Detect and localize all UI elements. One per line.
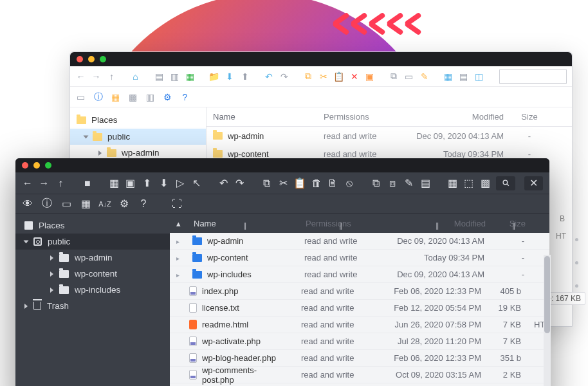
download-icon[interactable]: ⬇ bbox=[224, 71, 235, 82]
table-row[interactable]: index.phpread and writeFeb 06, 2020 12:3… bbox=[170, 283, 549, 300]
help-icon[interactable]: ? bbox=[138, 198, 149, 210]
up-icon[interactable]: ↑ bbox=[106, 71, 117, 82]
table-row[interactable]: ▸wp-adminread and writeDec 09, 2020 04:1… bbox=[170, 233, 549, 250]
new-add-icon[interactable]: ▦ bbox=[185, 71, 196, 82]
window-close-icon[interactable] bbox=[22, 162, 28, 169]
view-split-icon[interactable]: ◫ bbox=[473, 71, 484, 82]
window-close-icon[interactable] bbox=[77, 56, 83, 62]
search-button[interactable] bbox=[496, 176, 515, 190]
settings-icon[interactable]: ⚙ bbox=[162, 91, 173, 102]
table-row[interactable]: readme.htmlread and writeJun 26, 2020 07… bbox=[170, 317, 549, 333]
view-columns-icon[interactable]: ▥ bbox=[145, 91, 156, 102]
delete-icon[interactable]: ✕ bbox=[349, 71, 360, 82]
table-row[interactable]: ▸wp-includesread and writeDec 09, 2020 0… bbox=[170, 266, 549, 283]
view-grid-icon[interactable]: ▦ bbox=[443, 71, 454, 82]
edit-icon[interactable]: ✎ bbox=[403, 178, 415, 189]
sort-az-icon[interactable]: A↓Z bbox=[99, 198, 111, 210]
sidebar-item-public[interactable]: public bbox=[15, 234, 170, 250]
table-row[interactable]: wp-activate.phpread and writeJul 28, 202… bbox=[170, 333, 549, 350]
sidebar-item-wp-admin[interactable]: wp-admin bbox=[15, 250, 170, 266]
view-list-icon[interactable]: ▤ bbox=[458, 71, 469, 82]
duplicate-icon[interactable]: ⧉ bbox=[371, 178, 382, 189]
up-icon[interactable]: ↑ bbox=[55, 178, 66, 189]
edit-icon[interactable]: ✎ bbox=[419, 71, 430, 82]
copy-icon[interactable]: ⧉ bbox=[261, 178, 273, 189]
home-icon[interactable]: ■ bbox=[82, 178, 93, 189]
sidebar-item-public[interactable]: public bbox=[70, 129, 206, 145]
col-modified[interactable]: Modified‖ bbox=[379, 219, 492, 228]
col-modified[interactable]: Modified bbox=[396, 112, 510, 122]
invert-icon[interactable]: ▩ bbox=[480, 178, 492, 189]
table-row[interactable]: wp-adminread and writeDec 09, 2020 04:13… bbox=[207, 127, 572, 145]
view-icons-icon[interactable]: ▩ bbox=[127, 91, 138, 102]
home-icon[interactable]: ⌂ bbox=[130, 71, 141, 82]
col-size[interactable]: Size‖ bbox=[492, 219, 532, 228]
select-all-icon[interactable]: ▦ bbox=[446, 178, 458, 189]
col-size[interactable]: Size bbox=[510, 112, 549, 122]
info-icon[interactable]: ⓘ bbox=[41, 198, 53, 210]
organize-icon[interactable]: ▦ bbox=[110, 91, 121, 102]
file-icon[interactable]: 🗎 bbox=[327, 178, 339, 189]
table-row[interactable]: wp-comments-post.phpread and writeOct 09… bbox=[170, 367, 549, 383]
expand-icon[interactable]: ▸ bbox=[170, 270, 186, 279]
col-name[interactable]: Name‖ bbox=[187, 219, 299, 228]
scrollbar[interactable] bbox=[544, 255, 551, 386]
pointer-icon[interactable]: ↖ bbox=[191, 178, 203, 189]
window-minimize-icon[interactable] bbox=[33, 162, 40, 169]
sidebar-item-wp-includes[interactable]: wp-includes bbox=[15, 282, 170, 298]
back-icon[interactable]: ← bbox=[22, 178, 33, 189]
select-none-icon[interactable]: ⬚ bbox=[463, 178, 475, 189]
col-permissions[interactable]: Permissions‖ bbox=[299, 219, 379, 228]
copy-icon[interactable]: ⧉ bbox=[302, 71, 313, 82]
table-row[interactable]: ▸wp-contentread and writeToday 09:34 PM- bbox=[170, 250, 549, 266]
new-file-icon[interactable]: ▦ bbox=[108, 178, 120, 189]
window-maximize-icon[interactable] bbox=[100, 56, 106, 62]
sidebar-item-wp-content[interactable]: wp-content bbox=[15, 266, 170, 282]
titlebar[interactable] bbox=[15, 158, 549, 172]
col-name[interactable]: Name bbox=[207, 112, 317, 122]
window-minimize-icon[interactable] bbox=[88, 56, 95, 62]
new-file-icon[interactable]: ▤ bbox=[154, 71, 165, 82]
window-maximize-icon[interactable] bbox=[45, 162, 51, 169]
settings-icon[interactable]: ⚙ bbox=[118, 198, 130, 210]
back-icon[interactable]: ← bbox=[75, 71, 86, 82]
new-file2-icon[interactable]: ▥ bbox=[169, 71, 180, 82]
new-folder-icon[interactable]: ▣ bbox=[125, 178, 136, 189]
duplicate-icon[interactable]: ⧉ bbox=[388, 71, 399, 82]
redo-icon[interactable]: ↷ bbox=[279, 71, 289, 82]
hide-icon[interactable]: ⦸ bbox=[344, 178, 355, 189]
upload-icon[interactable]: ⬆ bbox=[239, 71, 250, 82]
titlebar[interactable] bbox=[70, 52, 572, 66]
paste-icon[interactable]: 📋 bbox=[294, 178, 306, 189]
undo-icon[interactable]: ↶ bbox=[263, 71, 274, 82]
col-permissions[interactable]: Permissions bbox=[317, 112, 396, 122]
view-grid-icon[interactable]: ▦ bbox=[80, 198, 91, 210]
preview-icon[interactable]: 👁 bbox=[22, 198, 33, 210]
new-folder-icon[interactable]: 📁 bbox=[208, 71, 219, 82]
download-icon[interactable]: ⬇ bbox=[158, 178, 169, 189]
paste-icon[interactable]: 📋 bbox=[333, 71, 344, 82]
col-sort-icon[interactable]: ▴ bbox=[170, 219, 187, 228]
undo-icon[interactable]: ↶ bbox=[217, 178, 229, 189]
help-icon[interactable]: ? bbox=[179, 91, 190, 102]
forward-icon[interactable]: → bbox=[39, 178, 50, 189]
redo-icon[interactable]: ↷ bbox=[234, 178, 246, 189]
cut-icon[interactable]: ✂ bbox=[277, 178, 289, 189]
clear-icon[interactable]: ▣ bbox=[364, 71, 375, 82]
send-icon[interactable]: ▷ bbox=[174, 178, 186, 189]
rename-icon[interactable]: ⧈ bbox=[387, 178, 398, 189]
table-row[interactable]: wp-blog-header.phpread and writeFeb 06, … bbox=[170, 350, 549, 367]
search-input[interactable] bbox=[499, 69, 567, 84]
expand-icon[interactable]: ▸ bbox=[170, 253, 186, 262]
forward-icon[interactable]: → bbox=[91, 71, 102, 82]
preview-icon[interactable]: ▭ bbox=[75, 91, 86, 102]
close-button[interactable]: ✕ bbox=[524, 176, 543, 190]
delete-icon[interactable]: 🗑 bbox=[311, 178, 322, 189]
permissions-icon[interactable]: ▤ bbox=[420, 178, 432, 189]
rename-icon[interactable]: ▭ bbox=[403, 71, 414, 82]
sidebar-item-trash[interactable]: Trash bbox=[15, 298, 170, 314]
cut-icon[interactable]: ✂ bbox=[318, 71, 329, 82]
expand-icon[interactable]: ▸ bbox=[170, 236, 186, 246]
upload-icon[interactable]: ⬆ bbox=[142, 178, 153, 189]
info-icon[interactable]: ⓘ bbox=[93, 91, 104, 102]
